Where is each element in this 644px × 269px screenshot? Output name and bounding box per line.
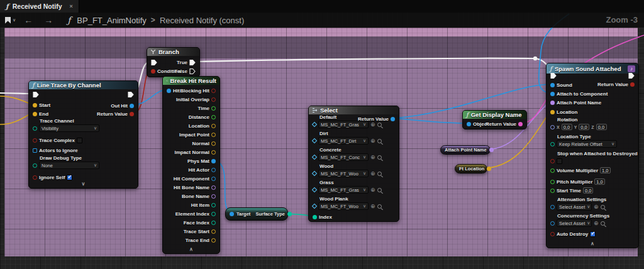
pin-phys-mat[interactable] (211, 159, 216, 163)
search-icon[interactable] (377, 188, 382, 192)
pin-hit-item[interactable] (211, 203, 216, 207)
pin-trace-end[interactable] (211, 238, 216, 243)
pin-condition[interactable] (151, 69, 155, 74)
number-field[interactable]: 0,0 (596, 124, 607, 130)
node-header[interactable]: ƒGet Display Name (463, 111, 526, 119)
collapse-chevron-icon[interactable]: ∧ (547, 241, 638, 246)
pin-object[interactable] (467, 122, 471, 126)
pin-value[interactable] (312, 155, 317, 160)
pin-value[interactable] (312, 138, 317, 143)
pin-blocking-hit[interactable] (211, 89, 216, 93)
pin-sound[interactable] (550, 83, 555, 87)
pin-hit-bone-name[interactable] (211, 185, 216, 190)
breadcrumb-current[interactable]: Received Notify (const) (160, 16, 244, 25)
pin-return-value[interactable] (130, 112, 134, 116)
pin-normal[interactable] (211, 141, 216, 146)
number-field[interactable]: 0,0 (562, 124, 572, 130)
pin-value[interactable] (312, 171, 317, 176)
pin-auto-destroy[interactable] (550, 232, 555, 236)
exec-pin-icon[interactable] (550, 72, 557, 79)
attach-point-name-pill[interactable]: Attach Point Name (440, 145, 491, 155)
pin-attach-to-component[interactable] (550, 92, 555, 96)
plus-icon[interactable]: ⊕ (370, 138, 375, 144)
get-surface-type-pill[interactable]: TargetSurface Type (225, 207, 288, 221)
forward-arrow-icon[interactable]: → (44, 16, 53, 25)
pin-value[interactable] (312, 122, 317, 127)
number-field[interactable]: 0,0 (583, 187, 593, 194)
exec-pin-icon[interactable] (151, 59, 157, 66)
pin-value[interactable] (550, 205, 555, 209)
pin-attach-point-name[interactable] (550, 101, 555, 105)
pin-impact-point[interactable] (211, 133, 216, 137)
search-icon[interactable] (377, 204, 382, 209)
pin-impact-normal[interactable] (211, 150, 216, 155)
node-line-trace-by-channel[interactable]: ƒLine Trace By ChannelStartEndTrace Chan… (28, 80, 138, 189)
pin-face-index[interactable] (211, 221, 216, 225)
dropdown[interactable]: None∨ (39, 162, 99, 169)
plus-icon[interactable]: ⊕ (370, 171, 375, 177)
pin-ignore-self[interactable] (33, 175, 37, 180)
asset-picker[interactable]: MS_MC_FT_Dirt∨ (318, 137, 369, 145)
exec-pin-icon[interactable] (189, 59, 196, 66)
pill-output-pin[interactable] (489, 148, 494, 152)
pin-value[interactable] (312, 187, 317, 192)
pin-volume-multiplier[interactable] (550, 168, 555, 173)
pin-return-value[interactable] (518, 122, 523, 126)
plus-icon[interactable]: ⊕ (370, 204, 375, 209)
checkbox[interactable]: ✓ (67, 175, 72, 180)
pin-return-value[interactable] (391, 117, 395, 121)
checkbox[interactable] (557, 158, 562, 164)
pin-location[interactable] (550, 110, 555, 114)
node-header[interactable]: ƒLine Trace By Channel (29, 81, 138, 89)
exec-pin-icon[interactable] (33, 91, 39, 98)
pin-value[interactable] (312, 204, 317, 209)
plus-icon[interactable]: ⊕ (370, 155, 375, 160)
node-branch[interactable]: BranchConditionTrueFalse (147, 47, 200, 77)
search-icon[interactable] (601, 221, 605, 226)
pin-value[interactable] (550, 142, 555, 146)
asset-picker[interactable]: MS_MC_FT_Gras∨ (318, 186, 369, 194)
asset-picker[interactable]: Select Asset∨ (557, 203, 592, 211)
search-icon[interactable] (377, 139, 382, 143)
pin-value[interactable] (550, 159, 555, 163)
search-icon[interactable] (377, 155, 382, 160)
graph-canvas[interactable]: ƒLine Trace By ChannelStartEndTrace Chan… (0, 13, 644, 269)
pin-time[interactable] (211, 106, 216, 111)
collapse-chevron-icon[interactable]: ∨ (29, 182, 138, 187)
target-pin[interactable] (230, 212, 234, 216)
exec-pin-icon[interactable] (189, 68, 196, 75)
dropdown[interactable]: Keep Relative Offset∨ (557, 140, 617, 148)
plus-icon[interactable]: ⊕ (594, 204, 599, 210)
close-icon[interactable]: × (66, 3, 73, 9)
node-header[interactable]: ƒSpawn Sound Attached♪ (547, 63, 638, 74)
pin-element-index[interactable] (211, 212, 216, 216)
node-get-display-name[interactable]: ƒGet Display NameObjectReturn Value (462, 110, 527, 129)
pin-pitch-multiplier[interactable] (550, 180, 555, 184)
ft-location-pill[interactable]: Ft Location (455, 164, 487, 173)
surface-type-pin[interactable] (287, 212, 292, 216)
checkbox[interactable] (77, 138, 82, 143)
checkbox[interactable]: ✓ (590, 231, 596, 237)
asset-picker[interactable]: MS_MC_FT_Woo∨ (318, 170, 369, 177)
pin-hit-actor[interactable] (211, 168, 216, 172)
pin-start-time[interactable] (550, 189, 555, 193)
pin-hit-component[interactable] (211, 177, 216, 181)
pin-start[interactable] (33, 103, 37, 107)
pin-return-value[interactable] (630, 82, 635, 87)
pin-out-hit[interactable] (130, 104, 134, 108)
bookmark-dropdown-icon[interactable]: ∨ (13, 18, 16, 23)
node-header[interactable]: Select (309, 106, 399, 114)
number-field[interactable]: 0,0 (579, 124, 589, 130)
exec-pin-icon[interactable] (128, 91, 134, 98)
pin-value[interactable] (33, 126, 37, 131)
plus-icon[interactable]: ⊕ (370, 187, 375, 193)
search-icon[interactable] (377, 123, 382, 127)
pin-value[interactable] (550, 125, 555, 129)
collapse-chevron-icon[interactable]: ∧ (163, 247, 219, 252)
dropdown[interactable]: Visibility∨ (39, 124, 99, 132)
plus-icon[interactable]: ⊕ (594, 221, 599, 226)
node-spawn-sound-attached[interactable]: ƒSpawn Sound Attached♪SoundAttach to Com… (546, 63, 639, 248)
asset-picker[interactable]: MS_MC_FT_Woo∨ (318, 202, 369, 210)
number-field[interactable]: 1,0 (600, 167, 610, 173)
pin-value[interactable] (550, 221, 555, 226)
